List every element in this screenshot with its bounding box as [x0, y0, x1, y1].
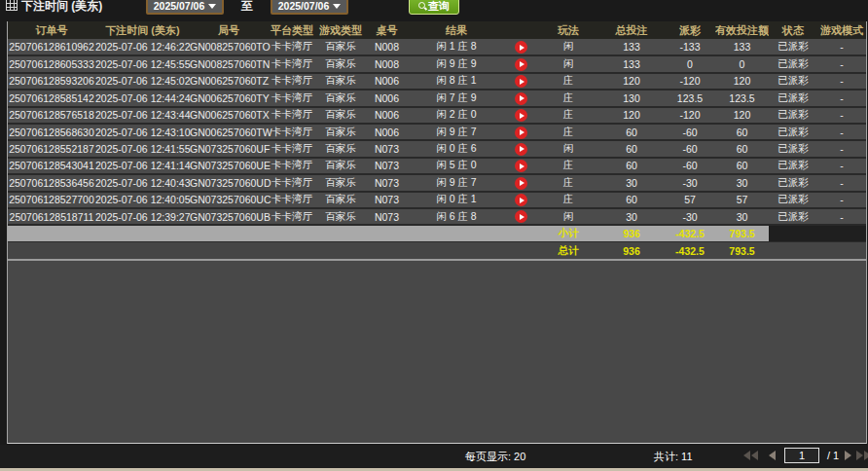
grand-total-row: 总计 936 -432.5 793.5	[8, 241, 866, 259]
play-video-button[interactable]	[515, 177, 527, 190]
date-to-select[interactable]: 2025/07/06	[271, 0, 348, 15]
mode-cell: -	[817, 73, 866, 90]
last-page-button[interactable]	[856, 451, 868, 460]
double-right-arrow-icon	[864, 451, 868, 460]
play-cell	[504, 208, 538, 225]
double-left-arrow-icon	[743, 451, 750, 460]
play-video-button[interactable]	[515, 143, 527, 156]
play-cell	[504, 192, 538, 208]
bet-type-cell: 闲	[538, 140, 598, 157]
status-cell: 已派彩	[769, 174, 817, 191]
order-cell: 250706128527700	[8, 192, 95, 208]
time-cell: 2025-07-06 12:46:22	[95, 39, 190, 55]
date-from-select[interactable]: 2025/07/06	[146, 0, 224, 15]
game-cell: 百家乐	[316, 73, 365, 90]
valid-cell: 123.5	[715, 90, 769, 106]
total-count-label: 共计: 11	[654, 450, 693, 464]
platform-cell: 卡卡湾厅	[268, 140, 316, 157]
result-cell: 闲 5 庄 0	[409, 158, 504, 174]
round-cell: GN073257060UB	[190, 208, 268, 225]
total-cell: 60	[598, 140, 665, 157]
total-cell: 30	[598, 208, 665, 225]
order-cell: 250706128593206	[8, 73, 95, 90]
result-cell: 闲 6 庄 8	[409, 208, 504, 225]
play-video-button[interactable]	[515, 92, 527, 105]
table-row: 2507061286053332025-07-06 12:45:55GN0082…	[8, 55, 866, 72]
subtotal-label: 小计	[538, 225, 598, 241]
payout-cell: -60	[665, 140, 715, 157]
left-arrow-icon	[769, 451, 776, 460]
col-header-8: 玩法	[538, 21, 598, 39]
play-video-button[interactable]	[515, 160, 527, 172]
play-cell	[504, 140, 538, 157]
table-no-cell: N006	[365, 107, 409, 124]
time-cell: 2025-07-06 12:40:43	[95, 174, 190, 191]
col-header-5: 桌号	[365, 21, 409, 39]
query-button[interactable]: 查询	[409, 0, 459, 15]
page-total-label: / 1	[827, 450, 839, 461]
round-cell: GN073257060UD	[190, 174, 268, 191]
platform-cell: 卡卡湾厅	[268, 39, 316, 55]
play-video-button[interactable]	[515, 75, 527, 88]
col-header-12: 状态	[769, 21, 817, 39]
order-cell: 250706128605333	[8, 55, 95, 72]
table-no-cell: N006	[365, 73, 409, 90]
table-no-cell: N006	[365, 124, 409, 140]
play-cell	[504, 107, 538, 124]
play-cell	[504, 39, 538, 55]
result-cell: 闲 0 庄 6	[409, 140, 504, 157]
result-cell: 闲 9 庄 7	[409, 174, 504, 191]
payout-cell: -120	[665, 107, 715, 124]
table-no-cell: N073	[365, 174, 409, 191]
round-cell: GN073257060UF	[190, 140, 268, 157]
table-row: 2507061285187112025-07-06 12:39:27GN0732…	[8, 208, 866, 225]
col-header-9: 总投注	[598, 21, 665, 39]
total-cell: 130	[598, 90, 665, 106]
date-to-value: 2025/07/06	[278, 0, 330, 12]
bet-type-cell: 庄	[538, 192, 598, 208]
round-cell: GN006257060TY	[190, 90, 268, 106]
bet-type-cell: 庄	[538, 107, 598, 124]
round-cell: GN073257060UE	[190, 158, 268, 174]
status-cell: 已派彩	[769, 208, 817, 225]
round-cell: GN006257060TW	[190, 124, 268, 140]
next-page-button[interactable]	[845, 451, 851, 460]
play-video-button[interactable]	[515, 58, 527, 71]
result-cell: 闲 1 庄 8	[409, 39, 504, 55]
page-number-input[interactable]	[784, 448, 819, 463]
play-video-button[interactable]	[515, 194, 527, 206]
order-cell: 250706128543041	[8, 158, 95, 174]
table-row: 2507061285932062025-07-06 12:45:02GN0062…	[8, 73, 866, 90]
play-video-button[interactable]	[515, 109, 527, 122]
time-cell: 2025-07-06 12:41:14	[95, 158, 190, 174]
payout-cell: 0	[665, 55, 715, 72]
first-page-button[interactable]	[743, 451, 758, 460]
status-cell: 已派彩	[769, 140, 817, 157]
round-cell: GN006257060TZ	[190, 73, 268, 90]
play-video-button[interactable]	[515, 210, 527, 223]
play-video-button[interactable]	[515, 41, 527, 54]
payout-cell: -60	[665, 158, 715, 174]
platform-cell: 卡卡湾厅	[268, 192, 316, 208]
valid-cell: 133	[715, 39, 769, 55]
round-cell: GN006257060TX	[190, 107, 268, 124]
mode-cell: -	[817, 39, 866, 55]
status-cell: 已派彩	[769, 107, 817, 124]
bet-type-cell: 庄	[538, 124, 598, 140]
bet-type-cell: 闲	[538, 55, 598, 72]
prev-page-button[interactable]	[769, 451, 776, 460]
mode-cell: -	[817, 208, 866, 225]
game-cell: 百家乐	[316, 39, 365, 55]
bet-type-cell: 闲	[538, 39, 598, 55]
grand-total-spacer	[8, 241, 538, 259]
valid-cell: 30	[715, 208, 769, 225]
platform-cell: 卡卡湾厅	[268, 73, 316, 90]
play-video-button[interactable]	[515, 127, 527, 139]
game-cell: 百家乐	[316, 90, 365, 106]
payout-cell: 123.5	[665, 90, 715, 106]
table-no-cell: N073	[365, 140, 409, 157]
order-cell: 250706128518711	[8, 208, 95, 225]
col-header-7	[504, 21, 538, 39]
table-no-cell: N008	[365, 55, 409, 72]
time-cell: 2025-07-06 12:41:55	[95, 140, 190, 157]
